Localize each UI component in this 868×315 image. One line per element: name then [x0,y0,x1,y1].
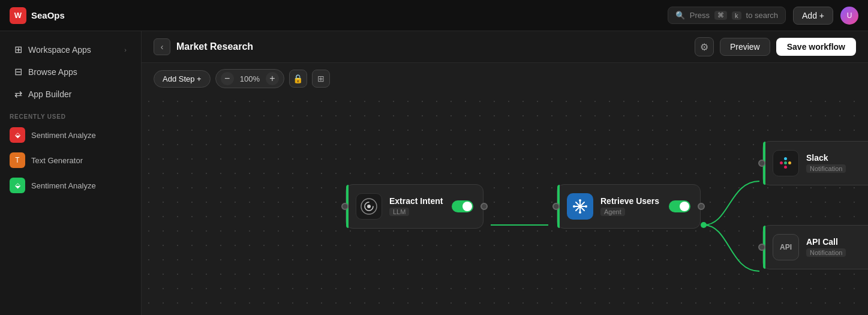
app-icon-2: ⬙ [10,178,25,193]
fullscreen-icon: ⊞ [317,74,325,83]
svg-point-2 [367,205,371,208]
node-icon-extract-intent [356,193,382,220]
grid-icon: ⊞ [14,44,22,55]
add-step-button[interactable]: Add Step + [154,70,211,88]
recently-label-0: Sentiment Analyze [31,131,96,140]
workflow-header: ‹ Market Research ⚙ Preview Save workflo… [142,31,868,63]
node-info-slack: Slack Notification [806,153,861,173]
svg-rect-11 [780,161,783,164]
svg-rect-13 [784,161,787,164]
svg-point-8 [579,211,581,214]
workflow-canvas[interactable]: Extract Intent LLM [142,94,868,315]
recently-label-1: Text Generator [31,156,83,165]
workflow-header-left: ‹ Market Research [154,38,253,55]
node-info-api-call: API Call Notification [806,237,861,257]
node-title-api-call: API Call [806,237,861,247]
canvas-toolbar: Add Step + − 100% + 🔒 ⊞ [142,63,868,94]
settings-button[interactable]: ⚙ [695,37,714,56]
node-slack[interactable]: Slack Notification [762,141,868,185]
connections-svg [142,94,868,315]
sidebar-item-workspace-apps[interactable]: ⊞ Workspace Apps › [5,38,136,61]
workflow-header-right: ⚙ Preview Save workflow [695,37,856,56]
zoom-in-button[interactable]: + [266,72,279,85]
kbd-cmd: ⌘ [714,11,727,20]
preview-button[interactable]: Preview [720,38,770,56]
topbar: W SeaOps 🔍 Press ⌘ k to search Add + U [0,0,868,31]
node-title-slack: Slack [806,153,861,163]
node-input-handle-3 [758,160,765,167]
add-button[interactable]: Add + [793,7,833,25]
node-icon-slack [773,150,799,176]
fit-button[interactable]: ⊞ [312,70,330,88]
node-sub-api-call: Notification [806,248,846,257]
svg-point-0 [701,222,707,228]
node-output-handle-2 [698,203,705,210]
back-button[interactable]: ‹ [154,38,170,55]
svg-rect-14 [788,161,791,164]
node-output-handle [480,203,488,210]
chevron-right-icon: › [124,46,127,53]
svg-rect-15 [784,166,787,169]
svg-point-7 [579,199,581,202]
recently-label-2: Sentiment Analyze [31,181,96,190]
sidebar-item-app-builder[interactable]: ⇄ App Builder [5,83,136,105]
recently-item-2[interactable]: ⬙ Sentiment Analyze [0,173,141,198]
logo: W [10,7,26,24]
content: ‹ Market Research ⚙ Preview Save workflo… [142,31,868,315]
app-icon-0: ⬙ [10,127,25,143]
node-sub-extract-intent: LLM [389,208,409,216]
toggle-knob [462,202,472,211]
recently-item-0[interactable]: ⬙ Sentiment Analyze [0,122,141,148]
node-extract-intent[interactable]: Extract Intent LLM [346,184,483,229]
svg-point-9 [573,205,575,208]
node-input-handle-2 [552,203,560,210]
node-info-extract-intent: Extract Intent LLM [389,196,444,217]
app-icon-1: T [10,152,25,168]
search-bar[interactable]: 🔍 Press ⌘ k to search [668,7,786,24]
node-info-retrieve-users: Retrieve Users Agent [600,196,662,217]
node-title-retrieve-users: Retrieve Users [600,196,662,206]
node-title-extract-intent: Extract Intent [389,196,444,206]
node-icon-api-call: API [773,234,799,260]
node-sub-retrieve-users: Agent [600,208,625,216]
toggle-extract-intent[interactable] [452,200,473,212]
topbar-left: W SeaOps [10,7,65,24]
node-input-handle [341,203,349,210]
gear-icon: ⚙ [700,41,708,53]
toggle-retrieve-users[interactable] [669,200,690,212]
builder-icon: ⇄ [14,88,22,100]
save-workflow-button[interactable]: Save workflow [776,38,856,56]
zoom-value: 100% [236,74,263,83]
kbd-k: k [732,11,741,20]
topbar-right: 🔍 Press ⌘ k to search Add + U [668,7,858,25]
node-api-call[interactable]: API API Call Notification [762,225,868,269]
app-name: SeaOps [31,10,65,20]
node-sub-slack: Notification [806,164,846,173]
svg-point-10 [585,205,587,208]
recently-item-1[interactable]: T Text Generator [0,148,141,173]
main-layout: ⊞ Workspace Apps › ⊟ Browse Apps ⇄ App B… [0,31,868,315]
sidebar: ⊞ Workspace Apps › ⊟ Browse Apps ⇄ App B… [0,31,142,315]
search-icon: 🔍 [675,11,685,20]
svg-rect-12 [784,157,787,160]
sidebar-item-browse-apps[interactable]: ⊟ Browse Apps [5,61,136,83]
node-input-handle-4 [758,244,765,251]
lock-icon: 🔒 [293,74,303,83]
zoom-out-button[interactable]: − [221,72,234,85]
zoom-controls: − 100% + [215,69,284,88]
toggle-knob-2 [680,202,689,211]
node-icon-retrieve-users [567,193,593,220]
lock-button[interactable]: 🔒 [289,70,307,88]
browse-icon: ⊟ [14,66,22,77]
node-retrieve-users[interactable]: Retrieve Users Agent [557,184,701,229]
avatar[interactable]: U [840,7,858,25]
workflow-title: Market Research [176,41,253,52]
recently-used-label: RECENTLY USED [0,105,141,122]
